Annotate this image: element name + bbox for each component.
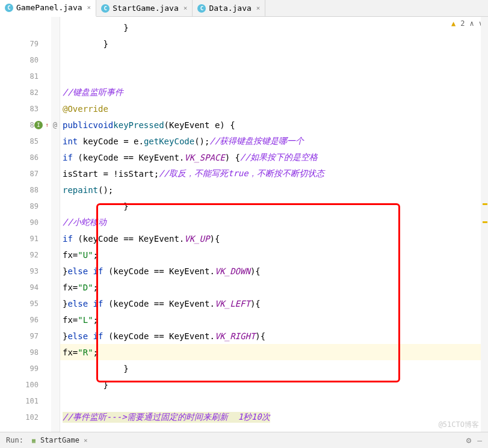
tab-label: Data.java [209,4,251,13]
arrow-up-icon: ↑ [45,121,49,128]
editor-tabs: C GamePanel.java × C StartGame.java × C … [0,0,488,17]
gutter-line: 81 [0,68,60,84]
scroll-marker [483,203,487,205]
gutter-line: 102 [0,409,60,425]
close-icon[interactable]: × [84,437,88,444]
gutter-line: 82 [0,84,60,100]
gutter-line: 89 [0,198,60,214]
watermark: @51CTO博客 [439,420,479,430]
close-icon[interactable]: × [256,4,261,12]
line-gutter: 79 80 81 82 83 84 I ↑ @ 85 86 87 88 89 9… [0,17,60,432]
gutter-line: 96 [0,311,60,328]
minimize-icon[interactable]: — [477,436,482,445]
gutter-line: 99 [0,360,60,376]
scroll-marker [483,221,487,223]
gutter-line: 85 [0,133,60,149]
gutter-line: 98 [0,344,60,360]
gear-icon[interactable]: ⚙ [466,435,471,445]
gutter-line: 83 [0,100,60,117]
gutter-line: 91 [0,230,60,247]
tab-startgame[interactable]: C StartGame.java × [96,0,193,17]
run-config-tab[interactable]: ▦ StartGame × [29,436,88,444]
gutter-line: 87 [0,165,60,182]
gutter-line: 97 [0,328,60,344]
run-label: Run: [6,436,23,444]
run-icon: ▦ [29,436,38,444]
gutter-line [0,19,60,35]
override-marker[interactable]: I [34,121,43,129]
at-icon: @ [53,121,57,129]
gutter-line: 88 [0,182,60,198]
close-icon[interactable]: × [184,4,188,12]
tab-data[interactable]: C Data.java × [193,0,265,17]
tab-label: StartGame.java [113,4,179,13]
code-editor[interactable]: } } //键盘监听事件 @Override public void keyPr… [60,17,488,432]
gutter-line: 90 [0,214,60,230]
vertical-scrollbar[interactable] [481,17,488,432]
gutter-line: 79 [0,35,60,52]
gutter-line: 95 [0,295,60,311]
run-config-name: StartGame [40,436,79,444]
close-icon[interactable]: × [87,4,91,11]
tab-label: GamePanel.java [16,3,82,12]
java-class-icon: C [5,4,13,12]
gutter-line: 86 [0,149,60,165]
editor-area: 79 80 81 82 83 84 I ↑ @ 85 86 87 88 89 9… [0,17,488,432]
gutter-line: 92 [0,247,60,263]
gutter-line: 94 [0,279,60,295]
run-panel: Run: ▦ StartGame × ⚙ — [0,432,488,448]
gutter-line: 100 [0,376,60,393]
gutter-line: 101 [0,393,60,409]
java-class-icon: C [197,4,206,13]
gutter-line: 84 I ↑ @ [0,117,60,133]
gutter-line: 80 [0,52,60,68]
tab-gamepanel[interactable]: C GamePanel.java × [0,0,96,17]
java-class-icon: C [101,4,110,13]
gutter-line: 93 [0,263,60,279]
